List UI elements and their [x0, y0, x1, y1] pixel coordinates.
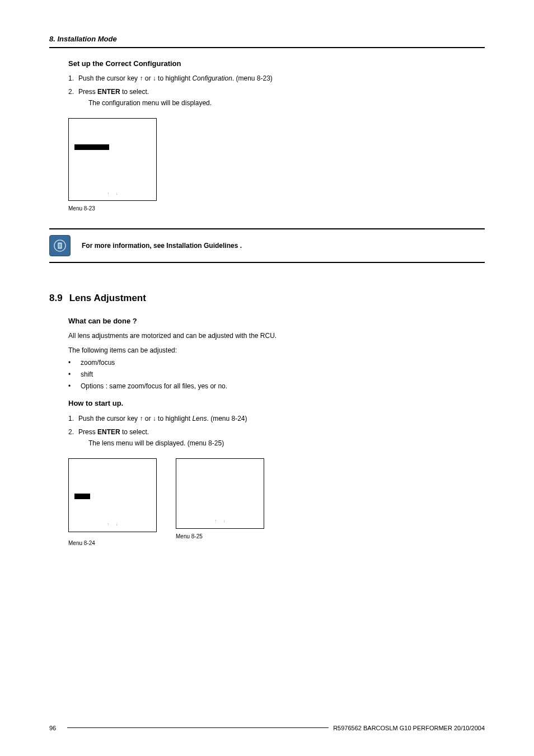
list-item: 2. Press ENTER to select. The lens menu …: [68, 427, 485, 455]
header-rule: [49, 47, 485, 48]
bullet-icon: •: [68, 358, 81, 368]
bold-term: ENTER: [97, 88, 120, 96]
menu-8-25-caption: Menu 8-25: [176, 532, 264, 541]
menu-8-24-box: ↑ ↓: [68, 458, 157, 532]
step-text: Push the cursor key ↑ or ↓ to highlight …: [78, 73, 485, 83]
bullet-icon: •: [68, 369, 81, 379]
arrow-down-icon: ↓: [223, 518, 226, 523]
list-item: 2. Press ENTER to select. The configurat…: [68, 87, 485, 115]
page-number: 96: [49, 724, 56, 733]
step-number: 1.: [68, 73, 78, 83]
menu-8-23-box: ↑ ↓: [68, 118, 157, 201]
step-note: The configuration menu will be displayed…: [88, 98, 485, 108]
menu-row: ↑ ↓ Menu 8-24 ↑ ↓ Menu 8-25: [68, 458, 485, 547]
text: Press: [78, 88, 97, 96]
menu-8-24-caption: Menu 8-24: [68, 539, 157, 547]
step-number: 2.: [68, 87, 78, 115]
menu-8-23-caption: Menu 8-23: [68, 204, 485, 213]
info-note-block: For more information, see Installation G…: [49, 228, 485, 263]
bold-term: ENTER: [97, 428, 120, 436]
config-section: Set up the Correct Configuration 1. Push…: [68, 58, 485, 213]
step-text: Push the cursor key ↑ or ↓ to highlight …: [78, 414, 485, 424]
menu-8-25-box: ↑ ↓: [176, 458, 264, 529]
text: shift: [81, 369, 93, 379]
config-title: Set up the Correct Configuration: [68, 58, 485, 69]
arrow-down-icon: ↓: [116, 522, 118, 527]
list-item: 1. Push the cursor key ↑ or ↓ to highlig…: [68, 414, 485, 424]
what-title: What can be done ?: [68, 316, 485, 327]
text: . (menu 8-24): [207, 415, 247, 422]
bullet-list: •zoom/focus •shift •Options : same zoom/…: [68, 358, 485, 391]
list-item: •zoom/focus: [68, 358, 485, 368]
page-footer: 96 R5976562 BARCOSLM G10 PERFORMER 20/10…: [49, 724, 485, 733]
how-steps: 1. Push the cursor key ↑ or ↓ to highlig…: [68, 414, 485, 455]
footer-rule: [67, 727, 329, 728]
step-note: The lens menu will be displayed. (menu 8…: [88, 438, 485, 448]
text: Push the cursor key ↑ or ↓ to highlight: [78, 74, 192, 82]
italic-term: Configuration: [192, 74, 232, 82]
text: . (menu 8-23): [232, 74, 273, 82]
menu-footer-row: ↑ ↓: [74, 522, 151, 527]
config-steps: 1. Push the cursor key ↑ or ↓ to highlig…: [68, 73, 485, 115]
section-8-9-title: 8.9 Lens Adjustment: [49, 291, 485, 306]
list-item: 1. Push the cursor key ↑ or ↓ to highlig…: [68, 73, 485, 83]
paragraph: All lens adjustments are motorized and c…: [68, 331, 485, 341]
step-text: Press ENTER to select. The configuration…: [78, 87, 485, 115]
text: Push the cursor key ↑ or ↓ to highlight: [78, 415, 192, 422]
step-text: Press ENTER to select. The lens menu wil…: [78, 427, 485, 455]
step-number: 2.: [68, 427, 78, 455]
arrow-up-icon: ↑: [107, 191, 110, 196]
menu-highlight-bar: [74, 494, 90, 499]
step-number: 1.: [68, 414, 78, 424]
arrow-up-icon: ↑: [107, 522, 110, 527]
menu-footer-row: ↑ ↓: [74, 191, 151, 196]
list-item: •Options : same zoom/focus for all files…: [68, 381, 485, 391]
text: to select.: [120, 428, 149, 436]
menu-footer-row: ↑ ↓: [182, 518, 258, 523]
text: zoom/focus: [81, 358, 115, 368]
menu-8-23-col: ↑ ↓ Menu 8-23: [68, 118, 485, 213]
bullet-icon: •: [68, 381, 81, 391]
arrow-down-icon: ↓: [116, 191, 118, 196]
menu-8-24-col: ↑ ↓ Menu 8-24: [68, 458, 157, 547]
text: to select.: [120, 88, 149, 96]
how-title: How to start up.: [68, 398, 485, 409]
svg-rect-1: [58, 243, 62, 249]
chapter-heading: 8. Installation Mode: [49, 34, 485, 45]
arrow-up-icon: ↑: [215, 518, 217, 523]
paragraph: The following items can be adjusted:: [68, 345, 485, 355]
italic-term: Lens: [192, 415, 207, 422]
lens-section: What can be done ? All lens adjustments …: [68, 316, 485, 547]
text: Options : same zoom/focus for all files,…: [81, 381, 227, 391]
menu-highlight-bar: [74, 144, 109, 150]
document-icon: [49, 235, 71, 256]
menu-8-25-col: ↑ ↓ Menu 8-25: [176, 458, 264, 541]
section-number: 8.9: [49, 291, 63, 306]
footer-doc-id: R5976562 BARCOSLM G10 PERFORMER 20/10/20…: [333, 724, 485, 733]
list-item: •shift: [68, 369, 485, 379]
section-name: Lens Adjustment: [69, 291, 146, 306]
info-note-text: For more information, see Installation G…: [82, 241, 242, 251]
text: Press: [78, 428, 97, 436]
